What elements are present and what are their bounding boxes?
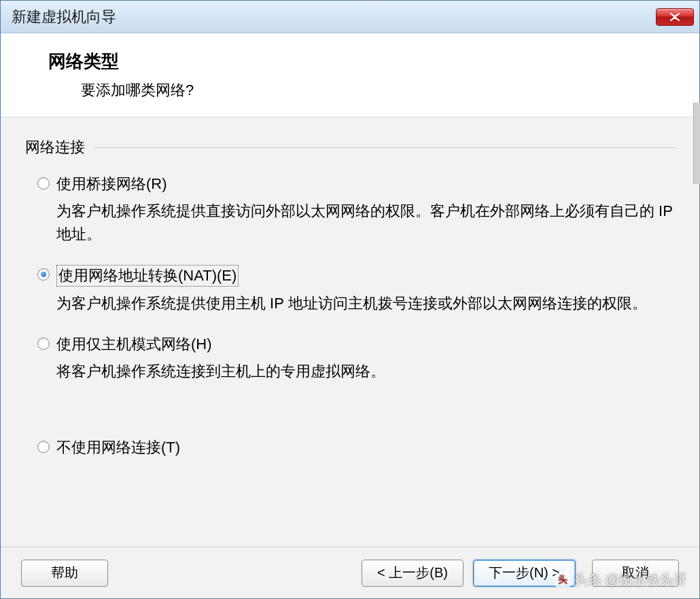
button-bar: 帮助 < 上一步(B) 下一步(N) > 取消 <box>1 547 699 598</box>
close-icon <box>669 13 681 21</box>
radio-none[interactable] <box>37 441 50 453</box>
option-nat[interactable]: 使用网络地址转换(NAT)(E) <box>37 265 675 287</box>
back-button[interactable]: < 上一步(B) <box>362 560 463 587</box>
option-bridged[interactable]: 使用桥接网络(R) <box>37 174 675 194</box>
option-hostonly[interactable]: 使用仅主机模式网络(H) <box>37 334 675 355</box>
wizard-window: 新建虚拟机向导 网络类型 要添加哪类网络? 网络连接 使用桥接网络(R) 为客户… <box>0 0 700 599</box>
option-hostonly-desc: 将客户机操作系统连接到主机上的专用虚拟网络。 <box>37 359 675 383</box>
radio-hostonly[interactable] <box>37 338 50 350</box>
content-area: 网络连接 使用桥接网络(R) 为客户机操作系统提供直接访问外部以太网网络的权限。… <box>1 117 699 547</box>
close-button[interactable] <box>656 8 694 26</box>
next-button[interactable]: 下一步(N) > <box>473 560 576 587</box>
help-button[interactable]: 帮助 <box>21 560 108 587</box>
option-bridged-desc: 为客户机操作系统提供直接访问外部以太网网络的权限。客户机在外部网络上必须有自己的… <box>37 198 675 246</box>
group-label: 网络连接 <box>25 137 675 158</box>
page-title: 网络类型 <box>48 50 672 73</box>
edge-decoration <box>693 103 700 184</box>
option-none[interactable]: 不使用网络连接(T) <box>37 437 675 458</box>
options-list: 使用桥接网络(R) 为客户机操作系统提供直接访问外部以太网网络的权限。客户机在外… <box>25 158 675 458</box>
option-none-label: 不使用网络连接(T) <box>56 437 180 458</box>
group-label-text: 网络连接 <box>25 137 85 158</box>
option-hostonly-label: 使用仅主机模式网络(H) <box>56 334 212 355</box>
window-title: 新建虚拟机向导 <box>12 7 116 27</box>
page-subtitle: 要添加哪类网络? <box>48 80 672 101</box>
option-nat-label: 使用网络地址转换(NAT)(E) <box>56 265 239 287</box>
option-bridged-label: 使用桥接网络(R) <box>56 174 167 194</box>
radio-bridged[interactable] <box>37 177 50 189</box>
option-nat-desc: 为客户机操作系统提供使用主机 IP 地址访问主机拨号连接或外部以太网网络连接的权… <box>37 291 675 315</box>
spacer <box>37 402 675 437</box>
header-panel: 网络类型 要添加哪类网络? <box>1 33 699 117</box>
cancel-button[interactable]: 取消 <box>592 560 679 587</box>
titlebar: 新建虚拟机向导 <box>1 1 699 33</box>
radio-nat[interactable] <box>37 268 50 280</box>
